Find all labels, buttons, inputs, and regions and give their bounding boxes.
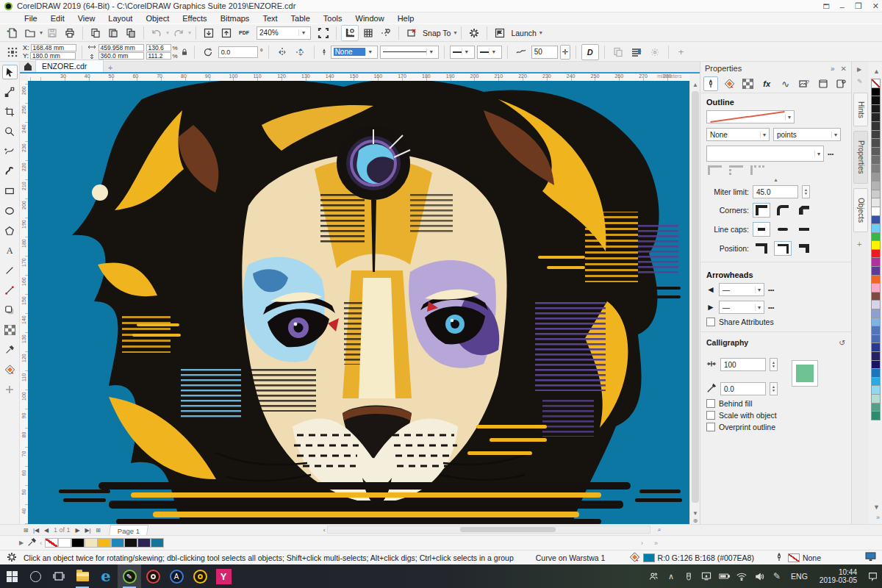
polygon-tool[interactable]: [2, 223, 18, 238]
arrowhead-end-combo[interactable]: —▾: [719, 301, 764, 314]
docker-pencil-icon[interactable]: ✎: [857, 78, 863, 85]
minimize-button[interactable]: –: [840, 2, 845, 11]
palette-scroll-right-icon[interactable]: ›: [641, 539, 643, 547]
tab-objects[interactable]: Objects: [853, 188, 868, 232]
hidden-icons-chevron[interactable]: ∧: [664, 572, 678, 581]
calligraphy-reset-icon[interactable]: ↺: [839, 338, 845, 347]
taskbar-clock[interactable]: 10:44 2019-03-05: [815, 568, 861, 584]
task-view-icon[interactable]: [47, 564, 71, 588]
show-guidelines-icon[interactable]: [378, 26, 394, 40]
bitmap-icon[interactable]: ?: [797, 76, 811, 91]
fill-icon[interactable]: [723, 76, 736, 91]
arrowhead-start-more[interactable]: •••: [768, 287, 774, 293]
lock-ratio-icon[interactable]: [180, 45, 189, 60]
launch-label[interactable]: Launch: [509, 29, 537, 37]
palette-more-icon[interactable]: »: [654, 539, 658, 547]
stretch-spinner[interactable]: ▲▼: [770, 358, 778, 371]
new-document-icon[interactable]: [4, 26, 21, 40]
dash-more-button[interactable]: •••: [828, 151, 833, 157]
pdf-icon[interactable]: PDF: [236, 26, 252, 40]
scroll-up-icon[interactable]: ▲: [690, 82, 700, 88]
frame-pin-icon[interactable]: [833, 76, 848, 91]
menu-help[interactable]: Help: [391, 14, 421, 23]
print-icon[interactable]: [62, 26, 78, 40]
corner-miter-button[interactable]: [753, 203, 770, 218]
last-page-icon[interactable]: ▶|: [83, 527, 93, 534]
arrow-start-combo[interactable]: ▾: [450, 46, 475, 59]
show-rulers-icon[interactable]: [341, 25, 359, 41]
eyedropper-tool[interactable]: [2, 343, 18, 357]
panel-close-icon[interactable]: ✕: [841, 65, 847, 73]
outline-pen-icon[interactable]: [703, 76, 718, 91]
drop-shadow-tool[interactable]: [2, 303, 18, 318]
snap-off-icon[interactable]: [404, 26, 420, 40]
effects-fx-icon[interactable]: fx: [760, 76, 774, 91]
mesh-fill-tool[interactable]: [2, 323, 18, 337]
open-dropdown[interactable]: ▾: [40, 29, 43, 36]
snap-to-dropdown[interactable]: ▾: [453, 29, 456, 36]
scale-y-field[interactable]: 111.2: [146, 52, 171, 60]
youidraw-icon[interactable]: Y: [212, 564, 235, 588]
doc-color-none[interactable]: [45, 538, 58, 548]
battery-icon[interactable]: [717, 573, 731, 580]
save-icon[interactable]: [44, 26, 60, 40]
dimension-tool[interactable]: [2, 283, 18, 298]
new-document-tab-button[interactable]: +: [104, 63, 117, 72]
arrowhead-start-combo[interactable]: —▾: [719, 283, 764, 296]
vertical-scrollbar[interactable]: ▲ ▼ ⊕: [689, 81, 700, 524]
outline-width-combo[interactable]: None▾: [331, 46, 378, 59]
add-tool-button[interactable]: [2, 382, 18, 397]
palette-down-icon[interactable]: ▼: [873, 503, 880, 511]
artistic-media-tool[interactable]: [2, 164, 18, 179]
cortana-icon[interactable]: [24, 564, 47, 588]
palette-eyedropper-icon[interactable]: [26, 537, 37, 549]
position-inside-button[interactable]: [795, 241, 813, 256]
panel-collapse-icon[interactable]: »: [831, 65, 835, 73]
menu-table[interactable]: Table: [284, 14, 317, 23]
menu-window[interactable]: Window: [349, 14, 391, 23]
horizontal-scroll-thumb[interactable]: [460, 527, 556, 532]
tab-properties[interactable]: Properties: [853, 131, 868, 184]
text-align-icon[interactable]: [628, 45, 645, 60]
outline-width-combo[interactable]: None▾: [706, 128, 770, 141]
miter-limit-field[interactable]: 45.0: [753, 185, 798, 198]
volume-icon[interactable]: [753, 573, 766, 581]
menu-bitmaps[interactable]: Bitmaps: [214, 14, 257, 23]
home-tab-icon[interactable]: [21, 60, 35, 72]
rectangle-tool[interactable]: [2, 184, 18, 198]
shape-tool[interactable]: [2, 85, 18, 99]
close-curve-icon[interactable]: D: [581, 44, 599, 60]
menu-layout[interactable]: Layout: [101, 14, 139, 23]
options-gear-icon[interactable]: [466, 26, 482, 40]
outline-dash-combo[interactable]: ▾: [706, 146, 824, 162]
outline-style-preview-combo[interactable]: ▾: [706, 110, 795, 123]
display-icon[interactable]: [700, 572, 713, 581]
cap-round-button[interactable]: [774, 222, 792, 237]
show-grid-icon[interactable]: [360, 26, 376, 40]
scroll-down-icon[interactable]: ▼: [690, 510, 700, 517]
nib-angle-spinner[interactable]: ▲▼: [770, 382, 778, 395]
menu-file[interactable]: File: [18, 14, 44, 23]
menu-text[interactable]: Text: [256, 14, 284, 23]
wrap-stepper[interactable]: ✛: [560, 45, 570, 60]
palette-up-icon[interactable]: ▲: [873, 68, 880, 75]
next-page-icon[interactable]: ▶: [73, 527, 83, 534]
vertical-scroll-thumb[interactable]: [692, 91, 699, 503]
paste-icon[interactable]: [123, 26, 139, 40]
rotation-angle-field[interactable]: 0.0: [218, 46, 258, 58]
corel-font-manager-icon[interactable]: A: [165, 564, 188, 588]
menu-edit[interactable]: Edit: [44, 14, 71, 23]
start-button[interactable]: [0, 564, 24, 588]
corner-round-button[interactable]: [774, 203, 792, 218]
restore-button[interactable]: ❐: [855, 1, 862, 11]
behind-fill-checkbox[interactable]: [706, 399, 715, 408]
color-swatch[interactable]: [871, 411, 881, 420]
undo-icon[interactable]: [148, 26, 165, 40]
doc-color-swatch[interactable]: [71, 538, 85, 548]
coreldraw-app-icon[interactable]: ✎: [118, 564, 141, 588]
close-button[interactable]: ✕: [872, 1, 879, 11]
pick-tool[interactable]: [2, 65, 18, 79]
position-outside-button[interactable]: [753, 241, 770, 256]
language-indicator[interactable]: ENG: [788, 572, 811, 581]
share-attributes-checkbox[interactable]: [706, 318, 715, 326]
